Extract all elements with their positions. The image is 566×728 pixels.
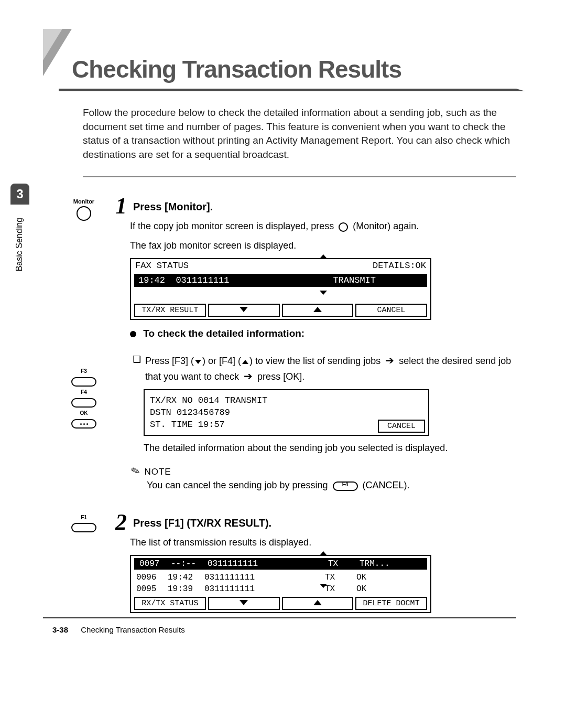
scroll-arrow-up-icon-2: [320, 551, 327, 555]
scroll-arrow-down-icon-2: [320, 584, 327, 588]
monitor-icon-inline: [339, 222, 348, 232]
f4-button-icon: [71, 398, 96, 408]
title-underline: [59, 89, 516, 91]
lcd-display-2: TX/RX NO 0014 TRANSMIT DSTN 0123456789 S…: [144, 389, 429, 436]
decorative-corner-inner: [43, 29, 62, 60]
f4-label: F4: [81, 389, 87, 395]
scroll-arrow-down-icon: [320, 291, 327, 295]
function-keys-col: F3 F4 OK: [58, 352, 110, 431]
lcd-display-3: 0097 --:-- 0311111111 TX TRM... 0096 19:…: [130, 555, 431, 613]
monitor-key-label: Monitor: [58, 198, 110, 205]
f4-inline-label: F4: [342, 481, 349, 487]
lcd1-btn-cancel: CANCEL: [355, 304, 427, 317]
lcd2-line2: DSTN 0123456789: [150, 406, 423, 419]
arrow-down-icon: [195, 360, 201, 364]
bullet-dot-icon: [130, 331, 136, 337]
chapter-label: Basic Sending: [10, 212, 28, 276]
detail-result-text: The detailed information about the sendi…: [144, 441, 516, 455]
body1-post: (Monitor) again.: [353, 221, 419, 231]
lcd1-time: 19:42: [138, 275, 165, 285]
ok-label: OK: [80, 410, 88, 416]
f4-inline-icon: F4: [333, 481, 358, 491]
lcd3-r1-num: 0311111111: [208, 559, 328, 569]
lcd3-r2-id: 0096: [136, 573, 168, 582]
step-2-heading: Press [F1] (TX/RX RESULT).: [115, 512, 516, 529]
page-number: 3-38: [52, 625, 68, 634]
ok-button-icon: [71, 419, 96, 429]
lcd1-btn-down: [208, 304, 280, 317]
note-section: ✎ NOTE You can cancel the sending job by…: [131, 465, 516, 491]
lcd2-line1: TX/RX NO 0014 TRANSMIT: [150, 394, 423, 406]
lcd3-btn-delete: DELETE DOCMT: [355, 597, 427, 610]
arrow-right-icon-2: ➔: [244, 370, 253, 382]
bullet-heading: To check the detailed information:: [130, 328, 516, 339]
step-1-number: 1: [115, 196, 127, 217]
lcd3-row-3: 0095 19:39 0311111111 TX OK: [131, 583, 430, 595]
lcd1-selected-row: 19:42 0311111111 TRANSMIT: [134, 274, 427, 287]
monitor-icon-col: Monitor: [58, 196, 110, 221]
sub-item: ❏ Press [F3] () or [F4] () to view the l…: [130, 352, 516, 384]
monitor-button-icon: [77, 206, 91, 221]
lcd-display-1-wrapper: FAX STATUS DETAILS:OK 19:42 0311111111 T…: [130, 258, 516, 320]
step-2-body: The list of transmission results is disp…: [130, 536, 516, 550]
lcd3-row-1: 0097 --:-- 0311111111 TX TRM...: [134, 558, 427, 570]
sub-pre: Press [F3] (: [145, 356, 194, 366]
note-label: NOTE: [144, 467, 171, 477]
lcd1-header-right: DETAILS:OK: [373, 261, 426, 271]
key-row: F3 F4 OK ❏ Press [F3] () or [F4] () to v…: [58, 352, 516, 491]
arrow-up-icon: [242, 360, 248, 364]
footer-label: Checking Transaction Results: [81, 625, 184, 634]
lcd3-r3-id: 0095: [136, 584, 168, 594]
intro-paragraph: Follow the procedure below to check the …: [83, 106, 516, 162]
lcd1-btn-txrx: TX/RX RESULT: [134, 304, 206, 317]
lcd3-r1-id: 0097: [139, 559, 171, 569]
arrow-right-icon: ➔: [385, 355, 394, 366]
step-1-body-1: If the copy job monitor screen is displa…: [130, 219, 516, 233]
f1-icon-col: F1: [58, 512, 110, 535]
step-2-number: 2: [115, 512, 127, 533]
sub-mid2: ) to view the list of sending jobs: [249, 356, 383, 366]
lcd1-number: 0311111111: [176, 275, 229, 285]
note-body: You can cancel the sending job by pressi…: [147, 480, 516, 491]
step-1-body-2: The fax job monitor screen is displayed.: [130, 239, 516, 253]
lcd3-r3-status: OK: [356, 584, 425, 594]
f1-label: F1: [58, 515, 110, 520]
note-post: (CANCEL).: [363, 480, 410, 490]
section-divider: [83, 176, 516, 177]
footer: 3-38 Checking Transaction Results: [52, 625, 185, 634]
lcd-display-3-wrapper: 0097 --:-- 0311111111 TX TRM... 0096 19:…: [130, 555, 516, 613]
lcd3-btn-down: [208, 597, 280, 610]
lcd3-r2-type: TX: [325, 573, 356, 582]
lcd3-r2-status: OK: [356, 573, 425, 582]
f3-label: F3: [81, 368, 87, 374]
page-title: Checking Transaction Results: [43, 55, 516, 83]
lcd3-btn-up: [282, 597, 354, 610]
bullet-heading-text: To check the detailed information:: [143, 328, 304, 339]
scroll-arrow-up-icon: [320, 254, 327, 259]
sub-mid1: ) or [F4] (: [202, 356, 241, 366]
lcd-display-1: FAX STATUS DETAILS:OK 19:42 0311111111 T…: [130, 258, 431, 320]
chapter-side-tab: 3 Basic Sending: [10, 184, 29, 276]
body1-pre: If the copy job monitor screen is displa…: [130, 221, 336, 231]
f3-button-icon: [71, 377, 96, 387]
lcd3-r1-type: TX: [328, 559, 360, 569]
lcd3-row-2: 0096 19:42 0311111111 TX OK: [131, 572, 430, 583]
lcd3-r2-num: 0311111111: [204, 573, 325, 582]
f1-button-icon: [71, 523, 96, 532]
step-1-heading: Press [Monitor].: [115, 196, 516, 213]
lcd3-r3-time: 19:39: [168, 584, 204, 594]
lcd3-r3-type: TX: [325, 584, 356, 594]
note-pre: You can cancel the sending job by pressi…: [147, 480, 331, 490]
lcd1-btn-up: [282, 304, 354, 317]
step-1-row: Monitor 1 Press [Monitor]. If the copy j…: [58, 196, 516, 347]
lcd3-r1-status: TRM...: [360, 559, 422, 569]
pencil-icon: ✎: [129, 464, 142, 478]
lcd2-cancel-btn: CANCEL: [378, 420, 425, 433]
lcd3-r2-time: 19:42: [168, 573, 204, 582]
lcd3-r3-num: 0311111111: [204, 584, 325, 594]
lcd1-status: TRANSMIT: [333, 275, 376, 285]
lcd3-btn-status: RX/TX STATUS: [134, 597, 206, 610]
lcd1-header-left: FAX STATUS: [135, 261, 189, 271]
lcd3-r1-time: --:--: [171, 559, 208, 569]
step-2-row: F1 2 Press [F1] (TX/RX RESULT). The list…: [58, 512, 516, 621]
